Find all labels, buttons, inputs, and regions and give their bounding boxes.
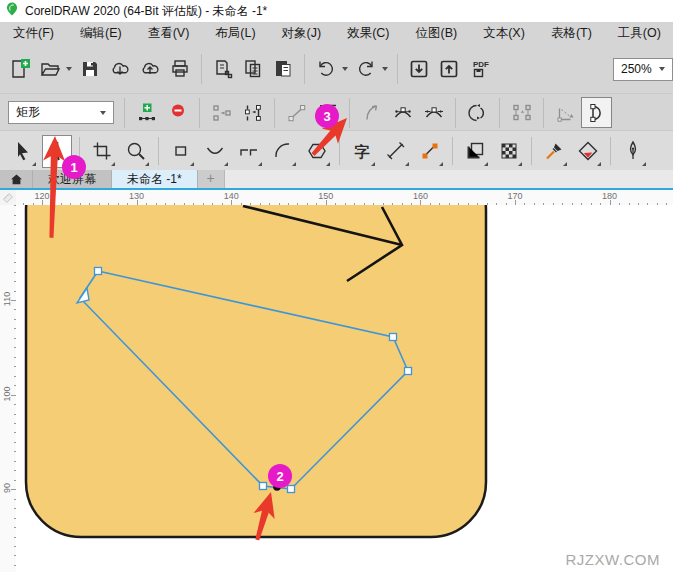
tab-document[interactable]: 未命名 -1* xyxy=(112,170,198,188)
new-document-button[interactable] xyxy=(5,51,35,87)
shape-preset-combo[interactable]: 矩形 xyxy=(8,101,114,124)
horizontal-ruler[interactable]: 120130140150160170180 xyxy=(16,190,673,206)
export-icon xyxy=(438,58,460,80)
menu-item-effects[interactable]: 效果(C) xyxy=(334,22,402,45)
dimension-tool[interactable] xyxy=(381,135,411,168)
transparency-tool[interactable] xyxy=(494,135,524,168)
zoom-level-combo[interactable]: 250% xyxy=(613,58,673,81)
curve-node[interactable] xyxy=(390,334,397,341)
redo-icon xyxy=(355,58,377,80)
property-bar-separator xyxy=(499,98,500,128)
curve-tool-icon xyxy=(204,140,226,162)
curve-node[interactable] xyxy=(288,486,295,493)
drawing-canvas[interactable]: RJZXW.COM xyxy=(16,205,673,572)
symmetrical-node-button[interactable] xyxy=(418,97,449,128)
paste-button[interactable] xyxy=(268,51,298,87)
export-button[interactable] xyxy=(434,51,464,87)
ruler-number: 170 xyxy=(507,191,522,201)
ruler-number: 100 xyxy=(2,384,12,404)
close-curve-button[interactable] xyxy=(581,97,612,128)
outline-pen-tool[interactable] xyxy=(618,135,648,168)
toolbox-separator xyxy=(452,137,453,165)
redo-button[interactable] xyxy=(351,51,381,87)
save-icon xyxy=(79,58,101,80)
menu-item-object[interactable]: 对象(J) xyxy=(269,22,335,45)
cloud-upload-button[interactable] xyxy=(135,51,165,87)
tab-welcome[interactable]: 欢迎屏幕 xyxy=(33,170,112,188)
property-bar-separator xyxy=(124,98,125,128)
extract-subpath-button[interactable] xyxy=(506,97,537,128)
selected-node-dot[interactable] xyxy=(273,483,281,491)
pick-tool[interactable] xyxy=(8,135,38,168)
open-folder-button[interactable] xyxy=(35,51,65,87)
break-curve-button[interactable] xyxy=(237,97,268,128)
new-tab-button[interactable]: + xyxy=(198,170,225,188)
curve-node[interactable] xyxy=(405,368,412,375)
toolbar-separator xyxy=(397,54,398,84)
cut-button[interactable] xyxy=(208,51,238,87)
shape-tool[interactable] xyxy=(42,135,72,168)
zoom-level-value: 250% xyxy=(621,62,658,76)
cloud-download-icon xyxy=(109,58,131,80)
cloud-download-button[interactable] xyxy=(105,51,135,87)
crop-tool[interactable] xyxy=(87,135,117,168)
add-nodes-button[interactable] xyxy=(131,97,162,128)
drop-shadow-tool[interactable] xyxy=(460,135,490,168)
ruler-number: 160 xyxy=(413,191,428,201)
undo-button[interactable] xyxy=(311,51,341,87)
polyline-tool[interactable] xyxy=(234,135,264,168)
interactive-fill-tool[interactable] xyxy=(573,135,603,168)
chevron-down-icon xyxy=(659,67,665,71)
copy-button[interactable] xyxy=(238,51,268,87)
vertical-ruler[interactable]: 11010090 xyxy=(0,205,17,572)
polygon-tool[interactable] xyxy=(302,135,332,168)
print-icon xyxy=(169,58,191,80)
extend-curve-close-button[interactable] xyxy=(550,97,581,128)
reverse-direction-button[interactable] xyxy=(462,97,493,128)
cusp-node-button[interactable] xyxy=(356,97,387,128)
menu-item-layout[interactable]: 布局(L) xyxy=(202,22,268,45)
print-button[interactable] xyxy=(165,51,195,87)
ruler-number: 180 xyxy=(602,191,617,201)
curve-tool[interactable] xyxy=(200,135,230,168)
delete-nodes-button[interactable] xyxy=(162,97,193,128)
extend-curve-close-icon xyxy=(555,102,577,124)
eyedropper-tool[interactable] xyxy=(539,135,569,168)
rounded-rectangle-shape[interactable] xyxy=(26,205,486,537)
rectangle-tool[interactable] xyxy=(166,135,196,168)
menu-item-bitmaps[interactable]: 位图(B) xyxy=(403,22,471,45)
chevron-down-icon[interactable] xyxy=(66,67,72,71)
chevron-down-icon[interactable] xyxy=(342,67,348,71)
menu-item-edit[interactable]: 编辑(E) xyxy=(67,22,135,45)
zoom-tool[interactable] xyxy=(121,135,151,168)
delete-nodes-icon xyxy=(167,102,189,124)
curve-node[interactable] xyxy=(260,483,267,490)
publish-pdf-button[interactable]: PDF xyxy=(464,51,494,87)
convert-to-curve-button[interactable] xyxy=(312,97,343,128)
text-tool[interactable]: 字 xyxy=(347,135,377,168)
chevron-down-icon[interactable] xyxy=(382,67,388,71)
save-button[interactable] xyxy=(75,51,105,87)
menu-item-view[interactable]: 查看(V) xyxy=(135,22,203,45)
ruler-number: 140 xyxy=(224,191,239,201)
menu-item-table[interactable]: 表格(T) xyxy=(538,22,605,45)
join-nodes-button[interactable] xyxy=(206,97,237,128)
convert-to-line-button[interactable] xyxy=(281,97,312,128)
polyline-tool-icon xyxy=(238,140,260,162)
extract-subpath-icon xyxy=(511,102,533,124)
menu-item-text[interactable]: 文本(X) xyxy=(470,22,538,45)
arc-tool[interactable] xyxy=(268,135,298,168)
transparency-tool-icon xyxy=(498,140,520,162)
ruler-number: 130 xyxy=(129,191,144,201)
shape-preset-value: 矩形 xyxy=(16,104,99,121)
menu-item-file[interactable]: 文件(F) xyxy=(0,22,67,45)
standard-toolbar: PDF 250% xyxy=(0,45,673,93)
ruler-origin-corner[interactable] xyxy=(0,190,17,206)
home-button[interactable] xyxy=(0,170,33,188)
smooth-node-button[interactable] xyxy=(387,97,418,128)
curve-node[interactable] xyxy=(95,268,102,275)
connector-tool[interactable] xyxy=(415,135,445,168)
import-button[interactable] xyxy=(404,51,434,87)
menu-item-tools[interactable]: 工具(O) xyxy=(605,22,673,45)
convert-to-line-icon xyxy=(286,102,308,124)
